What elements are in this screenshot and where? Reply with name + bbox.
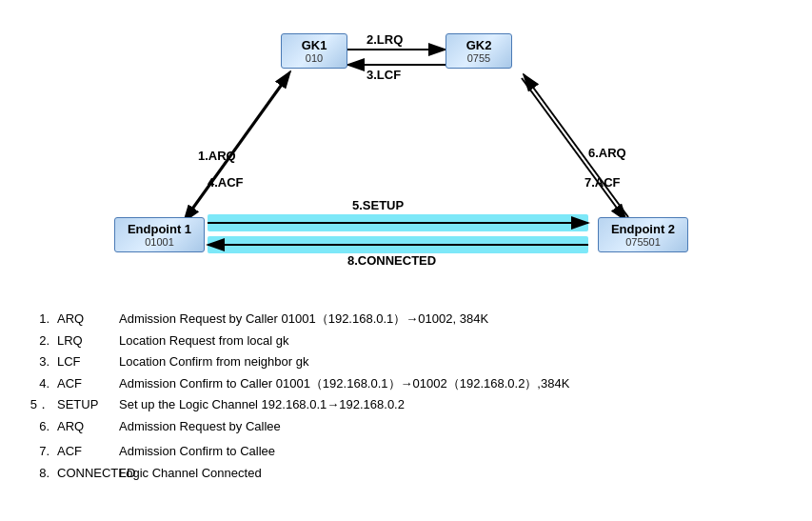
- gk2-id: 0755: [454, 52, 504, 64]
- legend-desc-4: Set up the Logic Channel 192.168.0.1→192…: [119, 395, 790, 414]
- legend-item-1: 2.LRQLocation Request from local gk: [29, 331, 790, 351]
- legend-item-7: 7.ACFAdmission Confirm to Callee: [29, 442, 790, 461]
- legend-abbr-8: CONNECTED: [57, 464, 119, 483]
- legend-desc-3: Admission Confirm to Caller 01001（192.16…: [119, 374, 790, 393]
- ep1-id: 01001: [123, 236, 196, 248]
- legend-num-4: 5．: [29, 395, 50, 414]
- legend-desc-1: Location Request from local gk: [119, 331, 790, 351]
- ep1-label: Endpoint 1: [123, 222, 196, 236]
- legend-abbr-5: ARQ: [57, 417, 119, 436]
- gk1-id: 010: [289, 52, 339, 64]
- ep2-label: Endpoint 2: [606, 222, 680, 236]
- legend-item-5: 6.ARQAdmission Request by Callee: [29, 417, 790, 436]
- legend-item-0: 1.ARQAdmission Request by Caller 01001（1…: [29, 310, 790, 329]
- legend-item-3: 4.ACFAdmission Confirm to Caller 01001（1…: [29, 374, 790, 393]
- gk1-node: GK1 010: [281, 33, 347, 69]
- svg-line-3: [186, 71, 290, 217]
- legend-abbr-2: LCF: [57, 352, 119, 371]
- ep2-node: Endpoint 2 075501: [598, 217, 688, 252]
- legend-num-8: 8.: [29, 464, 50, 483]
- legend-num-7: 7.: [29, 442, 50, 461]
- ep1-node: Endpoint 1 01001: [114, 217, 205, 252]
- legend-desc-8: Logic Channel Connected: [119, 464, 790, 483]
- legend-num-1: 2.: [29, 331, 50, 351]
- arrow-label-acf4: 4.ACF: [208, 175, 244, 190]
- legend-num-0: 1.: [29, 310, 50, 329]
- ep2-id: 075501: [606, 236, 680, 248]
- gk1-label: GK1: [289, 38, 339, 52]
- legend-abbr-0: ARQ: [57, 310, 119, 329]
- legend-abbr-3: ACF: [57, 374, 119, 393]
- arrow-label-lrq: 2.LRQ: [366, 32, 403, 47]
- legend-desc-0: Admission Request by Caller 01001（192.16…: [119, 310, 790, 329]
- legend-abbr-4: SETUP: [57, 395, 119, 414]
- legend-desc-5: Admission Request by Callee: [119, 417, 790, 436]
- gk2-label: GK2: [454, 38, 504, 52]
- legend-num-2: 3.: [29, 352, 50, 371]
- arrow-label-lcf: 3.LCF: [366, 68, 401, 82]
- arrow-label-arq6: 6.ARQ: [588, 146, 626, 160]
- arrow-label-setup: 5.SETUP: [352, 198, 405, 212]
- gk2-node: GK2 0755: [446, 33, 512, 69]
- legend-item-2: 3.LCFLocation Confirm from neighbor gk: [29, 352, 790, 371]
- legend-item-4: 5．SETUPSet up the Logic Channel 192.168.…: [29, 395, 790, 414]
- arrow-label-acf7: 7.ACF: [584, 175, 621, 190]
- arrow-label-connected: 8.CONNECTED: [347, 253, 436, 268]
- legend-num-3: 4.: [29, 374, 50, 393]
- legend-num-5: 6.: [29, 417, 50, 436]
- legend-desc-7: Admission Confirm to Callee: [119, 442, 790, 461]
- legend-section: 1.ARQAdmission Request by Caller 01001（1…: [29, 310, 790, 485]
- legend-item-8: 8.CONNECTEDLogic Channel Connected: [29, 464, 790, 483]
- legend-desc-2: Location Confirm from neighbor gk: [119, 352, 790, 371]
- legend-abbr-7: ACF: [57, 442, 119, 461]
- legend-abbr-1: LRQ: [57, 331, 119, 351]
